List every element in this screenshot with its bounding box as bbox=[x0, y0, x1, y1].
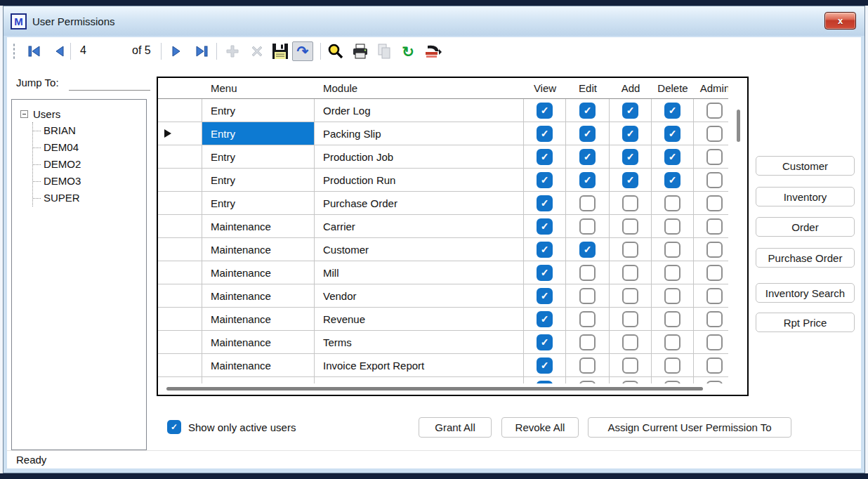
save-button[interactable] bbox=[270, 41, 291, 61]
grid-row[interactable]: EntryPacking Slip✓✓✓✓ bbox=[158, 122, 728, 145]
perm-checkbox-add[interactable] bbox=[622, 242, 638, 258]
perm-checkbox-view[interactable]: ✓ bbox=[537, 218, 553, 235]
grid-header-view[interactable]: View bbox=[524, 78, 566, 98]
row-selector-cell[interactable] bbox=[158, 354, 202, 376]
grid-row[interactable]: ✓ bbox=[158, 377, 728, 383]
exit-button[interactable] bbox=[422, 41, 443, 61]
grid-row[interactable]: MaintenanceInvoice Export Report✓ bbox=[158, 354, 728, 377]
perm-checkbox-admin[interactable] bbox=[706, 172, 723, 188]
menu-cell[interactable]: Entry bbox=[202, 145, 315, 168]
perm-checkbox-delete[interactable]: ✓ bbox=[664, 149, 680, 165]
next-record-button[interactable] bbox=[166, 41, 187, 61]
menu-cell[interactable]: Maintenance bbox=[202, 284, 315, 307]
perm-checkbox-edit[interactable] bbox=[579, 265, 596, 281]
menu-cell[interactable]: Entry bbox=[202, 192, 315, 214]
order-button[interactable]: Order bbox=[756, 217, 855, 237]
perm-checkbox-admin[interactable] bbox=[706, 195, 723, 211]
row-selector-cell[interactable] bbox=[158, 284, 202, 307]
grid-header-menu[interactable]: Menu bbox=[202, 78, 315, 98]
tree-item-user[interactable]: DEMO3 bbox=[33, 173, 146, 190]
perm-checkbox-edit[interactable] bbox=[579, 357, 596, 374]
module-cell[interactable]: Purchase Order bbox=[315, 192, 524, 214]
perm-checkbox-add[interactable]: ✓ bbox=[622, 172, 638, 188]
module-cell[interactable]: Terms bbox=[315, 331, 524, 353]
grid-row[interactable]: EntryProduction Run✓✓✓✓ bbox=[158, 169, 728, 192]
perm-checkbox-add[interactable] bbox=[622, 218, 638, 235]
perm-checkbox-view[interactable]: ✓ bbox=[537, 288, 553, 304]
grant-all-button[interactable]: Grant All bbox=[419, 417, 492, 438]
row-selector-cell[interactable] bbox=[158, 377, 202, 383]
last-record-button[interactable] bbox=[191, 41, 212, 61]
title-bar[interactable]: M User Permissions x bbox=[4, 6, 864, 36]
row-selector-cell[interactable] bbox=[158, 99, 202, 122]
module-cell[interactable]: Production Job bbox=[315, 145, 524, 168]
grid-header-add[interactable]: Add bbox=[610, 78, 652, 98]
perm-checkbox-delete[interactable]: ✓ bbox=[664, 172, 680, 188]
perm-checkbox-view[interactable]: ✓ bbox=[537, 103, 553, 119]
perm-checkbox-edit[interactable]: ✓ bbox=[579, 126, 596, 142]
show-only-active-users-checkbox[interactable]: ✓ bbox=[167, 420, 181, 434]
perm-checkbox-view[interactable]: ✓ bbox=[537, 149, 553, 165]
copy-button[interactable] bbox=[374, 41, 395, 61]
perm-checkbox-view[interactable]: ✓ bbox=[537, 357, 553, 374]
find-button[interactable] bbox=[325, 41, 346, 61]
perm-checkbox-admin[interactable] bbox=[706, 149, 723, 165]
perm-checkbox-admin[interactable] bbox=[706, 288, 723, 304]
perm-checkbox-view[interactable]: ✓ bbox=[537, 172, 553, 188]
perm-checkbox-admin[interactable] bbox=[706, 242, 723, 258]
grid-row[interactable]: MaintenanceRevenue✓ bbox=[158, 308, 728, 331]
menu-cell[interactable]: Maintenance bbox=[202, 354, 315, 376]
perm-checkbox-admin[interactable] bbox=[706, 218, 723, 235]
row-selector-cell[interactable] bbox=[158, 145, 202, 168]
customer-button[interactable]: Customer bbox=[756, 156, 855, 176]
tree-root-users[interactable]: Users bbox=[20, 105, 146, 122]
row-selector-cell[interactable] bbox=[158, 169, 202, 191]
perm-checkbox-delete[interactable] bbox=[664, 288, 680, 304]
perm-checkbox-delete[interactable] bbox=[664, 334, 680, 350]
perm-checkbox-view[interactable]: ✓ bbox=[537, 242, 553, 258]
perm-checkbox-edit[interactable] bbox=[579, 311, 596, 327]
perm-checkbox-delete[interactable]: ✓ bbox=[664, 126, 680, 142]
perm-checkbox-edit[interactable]: ✓ bbox=[579, 172, 596, 188]
row-selector-cell[interactable] bbox=[158, 122, 202, 145]
module-cell[interactable]: Vendor bbox=[315, 284, 524, 307]
perm-checkbox-delete[interactable] bbox=[664, 357, 680, 374]
grid-horizontal-scrollbar-thumb[interactable] bbox=[166, 387, 703, 391]
perm-checkbox-add[interactable] bbox=[622, 334, 638, 350]
perm-checkbox-edit[interactable] bbox=[579, 381, 596, 384]
perm-checkbox-admin[interactable] bbox=[706, 381, 723, 384]
perm-checkbox-edit[interactable]: ✓ bbox=[579, 242, 596, 258]
perm-checkbox-edit[interactable]: ✓ bbox=[579, 149, 596, 165]
record-number-input[interactable]: 4 bbox=[74, 43, 119, 60]
perm-checkbox-delete[interactable] bbox=[664, 381, 680, 384]
menu-cell[interactable] bbox=[202, 377, 315, 383]
perm-checkbox-delete[interactable] bbox=[664, 242, 680, 258]
perm-checkbox-delete[interactable]: ✓ bbox=[664, 103, 680, 119]
print-button[interactable] bbox=[350, 41, 371, 61]
perm-checkbox-add[interactable] bbox=[622, 357, 638, 374]
perm-checkbox-delete[interactable] bbox=[664, 311, 680, 327]
module-cell[interactable]: Customer bbox=[315, 238, 524, 261]
perm-checkbox-add[interactable] bbox=[622, 265, 638, 281]
menu-cell[interactable]: Maintenance bbox=[202, 215, 315, 237]
row-selector-cell[interactable] bbox=[158, 215, 202, 237]
grid-header-delete[interactable]: Delete bbox=[652, 78, 694, 98]
toolbar-grip-handle[interactable] bbox=[13, 43, 15, 60]
perm-checkbox-delete[interactable] bbox=[664, 265, 680, 281]
module-cell[interactable]: Mill bbox=[315, 261, 524, 284]
tree-item-user[interactable]: DEM04 bbox=[33, 139, 146, 156]
menu-cell[interactable]: Maintenance bbox=[202, 261, 315, 284]
perm-checkbox-edit[interactable] bbox=[579, 288, 596, 304]
grid-row[interactable]: MaintenanceMill✓ bbox=[158, 261, 728, 284]
revoke-all-button[interactable]: Revoke All bbox=[501, 417, 579, 438]
tree-item-user[interactable]: DEMO2 bbox=[33, 156, 146, 173]
grid-row[interactable]: EntryPurchase Order✓ bbox=[158, 192, 728, 215]
perm-checkbox-add[interactable]: ✓ bbox=[622, 126, 638, 142]
grid-header-edit[interactable]: Edit bbox=[566, 78, 610, 98]
refresh-button[interactable]: ↻ bbox=[397, 41, 419, 61]
inventory-button[interactable]: Inventory bbox=[756, 187, 855, 206]
perm-checkbox-edit[interactable]: ✓ bbox=[579, 103, 596, 119]
row-selector-cell[interactable] bbox=[158, 331, 202, 353]
redo-button[interactable]: ↷ bbox=[292, 41, 313, 61]
perm-checkbox-delete[interactable] bbox=[664, 218, 680, 235]
